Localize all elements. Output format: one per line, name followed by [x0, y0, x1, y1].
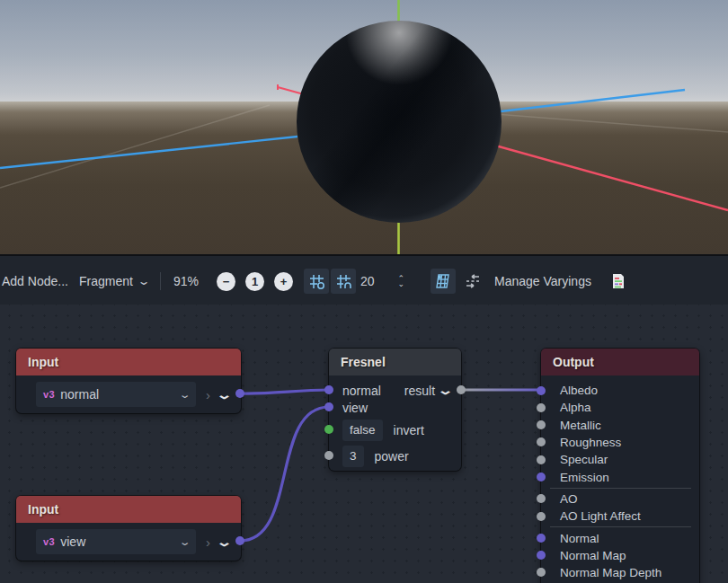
grid-line — [495, 114, 728, 132]
node-title-bar[interactable]: Fresnel — [329, 349, 461, 375]
x-axis-line — [501, 90, 685, 111]
snap-grid-icon — [304, 269, 329, 294]
input-port-ao[interactable] — [537, 494, 546, 503]
preview-toggle-icon[interactable]: ⌄ — [437, 384, 454, 397]
shader-toolbar: Add Node... Fragment ⌄ 91% − 1 + — [0, 254, 728, 305]
fresnel-row-power: 3 power — [329, 444, 461, 468]
input-port-specular[interactable] — [537, 455, 546, 464]
input-source-dropdown[interactable]: v3 normal ⌄ — [36, 382, 196, 407]
output-row-normal: Normal — [541, 529, 699, 546]
output-row-metallic: Metallic — [541, 417, 699, 434]
input-port-emission[interactable] — [537, 473, 546, 481]
chevron-down-icon: ⌄ — [178, 536, 191, 548]
spinner-arrows-icon[interactable]: ⌃⌄ — [398, 276, 405, 287]
zoom-reset-icon: 1 — [245, 272, 264, 291]
3d-preview-viewport[interactable] — [0, 0, 728, 254]
toolbar-separator — [160, 272, 161, 290]
auto-arrange-button[interactable] — [460, 256, 485, 306]
shader-editor-window: Add Node... Fragment ⌄ 91% − 1 + — [0, 0, 728, 583]
zoom-level-label: 91% — [173, 256, 199, 306]
input-port-view[interactable] — [324, 402, 333, 411]
input-port-metallic[interactable] — [537, 420, 546, 429]
input-port-roughness[interactable] — [537, 437, 546, 446]
vec3-type-icon: v3 — [43, 536, 55, 547]
grid-line — [0, 105, 270, 188]
fresnel-row-invert: false invert — [329, 418, 461, 442]
fresnel-row-view: view — [329, 399, 461, 416]
output-row-normal-map-depth: Normal Map Depth — [541, 564, 699, 581]
output-row-ao-light-affect: AO Light Affect — [541, 508, 699, 525]
input-port-normal-map[interactable] — [537, 551, 546, 560]
power-value-field[interactable]: 3 — [342, 446, 364, 467]
chevron-right-icon: › — [206, 387, 210, 402]
node-input-normal[interactable]: Input v3 normal ⌄ › ⌄ — [16, 349, 241, 413]
snap-toggle-button[interactable] — [304, 256, 329, 306]
chevron-down-icon: ⌄ — [137, 275, 150, 287]
input-port-invert[interactable] — [324, 425, 333, 434]
input-port-power[interactable] — [324, 451, 333, 460]
port-group-separator — [550, 488, 691, 489]
fresnel-row-normal: normal result ⌄ — [329, 382, 461, 399]
minimap-toggle-button[interactable] — [431, 256, 456, 306]
output-row-albedo: Albedo — [541, 382, 699, 399]
shader-file-button[interactable] — [606, 256, 631, 306]
plus-icon: + — [274, 272, 293, 291]
minus-icon: − — [217, 272, 235, 291]
preview-toggle-icon[interactable]: ⌄ — [216, 388, 233, 402]
z-axis-line — [489, 144, 728, 210]
node-title-bar[interactable]: Output — [541, 349, 699, 375]
input-port-normal[interactable] — [537, 534, 546, 543]
input-port-normal-map-depth[interactable] — [537, 568, 546, 577]
input-port-ao-light-affect[interactable] — [537, 512, 546, 521]
preview-toggle-icon[interactable]: ⌄ — [216, 535, 233, 549]
add-node-button[interactable]: Add Node... — [2, 256, 68, 306]
input-port-albedo[interactable] — [537, 386, 546, 395]
snap-pattern-icon — [331, 269, 356, 294]
arrange-nodes-icon — [460, 269, 485, 294]
node-fresnel[interactable]: Fresnel normal result ⌄ view false inver… — [329, 349, 461, 471]
shader-file-icon — [606, 269, 631, 294]
node-title-bar[interactable]: Input — [16, 496, 241, 523]
output-port-vec3[interactable] — [235, 389, 244, 398]
port-group-separator — [550, 526, 691, 527]
chevron-down-icon: ⌄ — [178, 389, 191, 401]
manage-varyings-button[interactable]: Manage Varyings — [494, 256, 591, 306]
shader-stage-dropdown[interactable]: Fragment ⌄ — [79, 256, 148, 306]
zoom-reset-button[interactable]: 1 — [245, 256, 264, 306]
input-port-normal[interactable] — [324, 385, 333, 394]
vec3-type-icon: v3 — [43, 389, 55, 400]
x-axis-line — [0, 137, 297, 168]
node-input-view[interactable]: Input v3 view ⌄ › ⌄ — [16, 496, 241, 561]
preview-sphere — [297, 21, 502, 223]
output-row-specular: Specular — [541, 451, 699, 468]
zoom-out-button[interactable]: − — [217, 256, 235, 306]
grid-toggle-button[interactable] — [331, 256, 356, 306]
output-port-result[interactable] — [457, 385, 466, 394]
node-output[interactable]: Output Albedo Alpha Metallic Roughness S… — [541, 349, 699, 583]
wire-normal-to-fresnel[interactable] — [240, 390, 329, 393]
output-port-vec3[interactable] — [235, 536, 244, 545]
output-row-normal-map: Normal Map — [541, 547, 699, 564]
minimap-icon — [431, 269, 456, 294]
output-row-roughness: Roughness — [541, 434, 699, 451]
snap-distance-spinbox[interactable]: 20 ⌃⌄ — [360, 256, 404, 306]
chevron-right-icon: › — [206, 534, 210, 550]
wire-view-to-fresnel[interactable] — [240, 407, 329, 541]
input-source-dropdown[interactable]: v3 view ⌄ — [36, 529, 196, 554]
input-port-alpha[interactable] — [537, 403, 546, 412]
output-row-alpha: Alpha — [541, 399, 699, 416]
zoom-in-button[interactable]: + — [274, 256, 293, 306]
output-row-emission: Emission — [541, 468, 699, 485]
node-title-bar[interactable]: Input — [16, 349, 241, 375]
output-row-ao: AO — [541, 490, 699, 508]
invert-value-toggle[interactable]: false — [342, 420, 383, 441]
